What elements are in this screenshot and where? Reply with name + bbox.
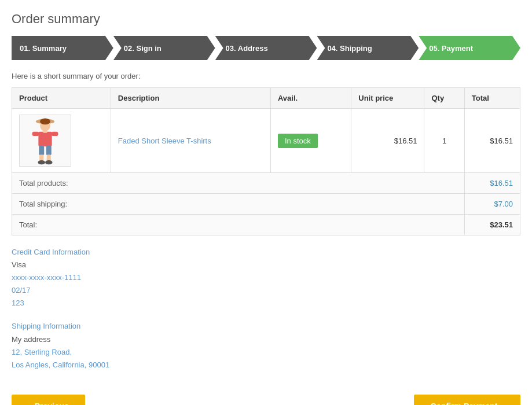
step-address: 03. Address bbox=[215, 36, 317, 60]
svg-rect-7 bbox=[39, 146, 44, 155]
svg-point-11 bbox=[38, 160, 45, 164]
in-stock-badge: In stock bbox=[278, 134, 318, 148]
step-shipping-label: 04. Shipping bbox=[327, 44, 372, 53]
col-qty: Qty bbox=[424, 88, 464, 109]
svg-rect-13 bbox=[43, 130, 47, 132]
product-description-cell: Faded Short Sleeve T-shirts bbox=[111, 109, 270, 173]
credit-card-number: xxxx-xxxx-xxxx-1111 bbox=[12, 271, 520, 284]
product-image bbox=[19, 115, 71, 167]
shipping-info-city: Los Angles, California, 90001 bbox=[12, 359, 520, 371]
shipping-info-section: Shipping Information My address 12, Ster… bbox=[12, 320, 520, 371]
product-image-cell bbox=[12, 109, 111, 173]
confirm-payment-button[interactable]: Confirm Payment » bbox=[414, 395, 520, 405]
svg-rect-8 bbox=[46, 146, 52, 155]
col-avail: Avail. bbox=[270, 88, 351, 109]
step-summary: 01. Summary bbox=[12, 36, 113, 60]
total-products-label: Total products: bbox=[12, 173, 465, 194]
shipping-info-name: My address bbox=[12, 333, 520, 346]
col-total: Total bbox=[464, 88, 520, 109]
grand-total-label: Total: bbox=[12, 215, 465, 235]
credit-card-title: Credit Card Information bbox=[12, 246, 520, 259]
total-products-value: $16.51 bbox=[464, 173, 520, 194]
summary-text: Here is a short summary of your order: bbox=[12, 72, 520, 80]
table-header-row: Product Description Avail. Unit price Qt… bbox=[12, 88, 520, 109]
shipping-info-title: Shipping Information bbox=[12, 320, 520, 333]
step-payment-label: 05. Payment bbox=[429, 44, 473, 53]
product-link[interactable]: Faded Short Sleeve T-shirts bbox=[118, 137, 211, 145]
step-address-label: 03. Address bbox=[226, 44, 268, 53]
grand-total-row: Total: $23.51 bbox=[12, 215, 520, 235]
previous-button[interactable]: « Previous bbox=[12, 395, 85, 405]
checkout-stepper: 01. Summary 02. Sign in 03. Address 04. … bbox=[12, 36, 520, 60]
step-signin-label: 02. Sign in bbox=[124, 44, 162, 53]
bottom-bar: « Previous Confirm Payment » bbox=[12, 389, 520, 405]
col-product: Product bbox=[12, 88, 111, 109]
order-table: Product Description Avail. Unit price Qt… bbox=[12, 87, 520, 235]
total-products-row: Total products: $16.51 bbox=[12, 173, 520, 194]
grand-total-value: $23.51 bbox=[464, 215, 520, 235]
page-title: Order summary bbox=[12, 12, 520, 27]
credit-card-section: Credit Card Information Visa xxxx-xxxx-x… bbox=[12, 246, 520, 310]
step-shipping: 04. Shipping bbox=[317, 36, 419, 60]
col-unit-price: Unit price bbox=[351, 88, 424, 109]
step-payment: 05. Payment bbox=[419, 36, 520, 60]
product-total-cell: $16.51 bbox=[464, 109, 520, 173]
svg-rect-4 bbox=[38, 131, 52, 146]
step-signin: 02. Sign in bbox=[113, 36, 215, 60]
svg-point-12 bbox=[45, 160, 53, 164]
col-description: Description bbox=[111, 88, 270, 109]
svg-point-3 bbox=[40, 118, 50, 124]
table-row: Faded Short Sleeve T-shirts In stock $16… bbox=[12, 109, 520, 173]
total-shipping-label: Total shipping: bbox=[12, 194, 465, 215]
total-shipping-row: Total shipping: $7.00 bbox=[12, 194, 520, 215]
credit-card-type: Visa bbox=[12, 259, 520, 271]
product-figure-icon bbox=[25, 116, 65, 165]
step-summary-label: 01. Summary bbox=[20, 44, 67, 53]
product-avail-cell: In stock bbox=[270, 109, 351, 173]
svg-rect-6 bbox=[52, 131, 58, 135]
svg-rect-5 bbox=[32, 131, 39, 135]
credit-card-expiry: 02/17 bbox=[12, 284, 520, 297]
product-qty-cell: 1 bbox=[424, 109, 464, 173]
shipping-info-street: 12, Sterling Road, bbox=[12, 346, 520, 359]
total-shipping-value: $7.00 bbox=[464, 194, 520, 215]
credit-card-cvv: 123 bbox=[12, 297, 520, 310]
product-unit-price-cell: $16.51 bbox=[351, 109, 424, 173]
